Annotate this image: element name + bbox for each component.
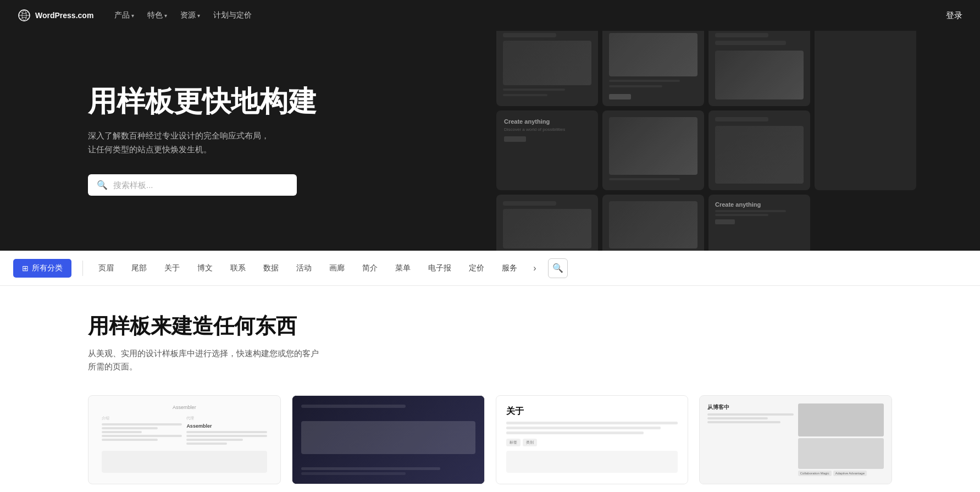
thumb-8 (496, 195, 598, 251)
magazine-badges: Collaboration Magic Adaptive Advantage (798, 471, 884, 476)
category-bar: ⊞ 所有分类 页眉 尾部 关于 博文 联系 数据 活动 画廊 简介 菜单 电子报… (0, 251, 980, 286)
category-search-button[interactable]: 🔍 (548, 258, 568, 278)
thumb-10-create-anything: Create anything (708, 195, 810, 251)
col-label-1: 介绍 (102, 416, 182, 421)
category-newsletter[interactable]: 电子报 (419, 259, 460, 278)
nav-logo[interactable]: WordPress.com (18, 9, 93, 22)
category-intro[interactable]: 简介 (353, 259, 386, 278)
assembler-name: Assembler (186, 423, 267, 429)
magazine-heading: 从博客中 (707, 403, 793, 411)
about-badge-2: 类别 (523, 439, 537, 446)
category-blog[interactable]: 博文 (189, 259, 222, 278)
main-content: 用样板来建造任何东西 从美观、实用的设计样板库中进行选择，快速构建您或您的客户所… (0, 286, 980, 492)
thumb-2 (602, 31, 704, 106)
dark-line-3 (301, 472, 406, 475)
dark-card-content (301, 405, 475, 475)
section-description: 从美观、实用的设计样板库中进行选择，快速构建您或您的客户所需的页面。 (88, 347, 319, 373)
category-services[interactable]: 服务 (493, 259, 526, 278)
thumb-5: Create anything Discover a world of poss… (496, 110, 598, 190)
line-3 (102, 431, 142, 433)
line-5 (102, 439, 158, 441)
mag-line-1 (707, 413, 793, 416)
about-line-1 (506, 422, 678, 424)
template-card-dark[interactable] (292, 395, 485, 484)
template-card-magazine-inner: 从博客中 Collaboration Magic Adaptive Advant… (700, 396, 892, 484)
nav-item-features[interactable]: 特色 ▾ (142, 7, 173, 24)
assembler-title: Assembler (97, 405, 272, 410)
nav-left: WordPress.com 产品 ▾ 特色 ▾ 资源 ▾ 计划与定价 (18, 7, 257, 24)
category-data[interactable]: 数据 (254, 259, 287, 278)
nav-item-products[interactable]: 产品 ▾ (109, 7, 140, 24)
category-more-button[interactable]: › (526, 259, 544, 277)
assembler-footer-bar (102, 451, 267, 473)
col-label-2: 代理 (186, 416, 267, 421)
category-menu[interactable]: 菜单 (386, 259, 419, 278)
assembler-col-2: 代理 Assembler (186, 416, 267, 446)
chevron-down-icon: ▾ (131, 13, 134, 19)
template-card-assembler[interactable]: Assembler 介绍 代理 Assembler (88, 395, 281, 484)
thumb-7 (708, 110, 810, 190)
about-image (506, 451, 678, 473)
about-badges: 标签 类别 (506, 439, 678, 446)
category-pricing[interactable]: 定价 (460, 259, 493, 278)
line-4 (102, 435, 182, 437)
category-header[interactable]: 页眉 (90, 259, 123, 278)
nav-menu: 产品 ▾ 特色 ▾ 资源 ▾ 计划与定价 (109, 7, 257, 24)
hero-visuals: Create anything Discover a world of poss… (485, 31, 980, 251)
line-2 (102, 427, 158, 429)
line-7 (186, 435, 267, 437)
template-card-assembler-inner: Assembler 介绍 代理 Assembler (88, 396, 280, 484)
nav-logo-text: WordPress.com (35, 11, 93, 20)
dark-line-2 (301, 467, 440, 470)
hero-section: 用样板更快地构建 深入了解数百种经过专业设计的完全响应式布局，让任何类型的站点更… (0, 31, 980, 251)
search-icon: 🔍 (552, 263, 563, 273)
magazine-left: 从博客中 (707, 403, 793, 476)
mag-badge-1: Collaboration Magic (798, 471, 832, 476)
login-button[interactable]: 登录 (946, 10, 962, 21)
category-footer[interactable]: 尾部 (123, 259, 156, 278)
template-card-about[interactable]: 关于 标签 类别 (496, 395, 689, 484)
hero-description: 深入了解数百种经过专业设计的完全响应式布局，让任何类型的站点更快焕发生机。 (88, 129, 275, 157)
search-input[interactable] (113, 180, 288, 190)
navbar: WordPress.com 产品 ▾ 特色 ▾ 资源 ▾ 计划与定价 登录 (0, 0, 980, 31)
category-gallery[interactable]: 画廊 (320, 259, 353, 278)
template-card-about-inner: 关于 标签 类别 (496, 396, 688, 484)
section-title: 用样板来建造任何东西 (88, 312, 892, 340)
magazine-image-1 (798, 403, 884, 436)
about-badge-1: 标签 (506, 439, 521, 446)
grid-icon: ⊞ (22, 264, 29, 273)
magazine-image-2 (798, 438, 884, 469)
category-all[interactable]: ⊞ 所有分类 (13, 259, 71, 278)
magazine-right: Collaboration Magic Adaptive Advantage (798, 403, 884, 476)
about-line-2 (506, 427, 661, 429)
nav-item-resources[interactable]: 资源 ▾ (175, 7, 206, 24)
line-6 (186, 431, 267, 433)
assembler-columns: 介绍 代理 Assembler (97, 416, 272, 446)
mag-line-3 (707, 421, 780, 423)
template-card-dark-inner (292, 396, 484, 484)
chevron-down-icon: ▾ (164, 13, 167, 19)
template-card-magazine[interactable]: 从博客中 Collaboration Magic Adaptive Advant… (699, 395, 892, 484)
hero-content: 用样板更快地构建 深入了解数百种经过专业设计的完全响应式布局，让任何类型的站点更… (88, 86, 317, 195)
dark-line-1 (301, 405, 406, 408)
template-grid: Assembler 介绍 代理 Assembler (88, 395, 892, 484)
line-8 (186, 439, 242, 441)
wordpress-logo-icon (18, 9, 31, 22)
thumb-9 (602, 195, 704, 251)
category-about[interactable]: 关于 (156, 259, 189, 278)
about-heading: 关于 (506, 406, 678, 417)
chevron-down-icon: ▾ (197, 13, 200, 19)
about-line-3 (506, 432, 644, 434)
line-1 (102, 423, 182, 425)
mag-line-2 (707, 417, 767, 419)
dark-lines (301, 467, 475, 475)
category-events[interactable]: 活动 (287, 259, 320, 278)
search-icon: 🔍 (97, 180, 108, 190)
thumb-1 (496, 31, 598, 106)
nav-item-pricing[interactable]: 计划与定价 (208, 7, 257, 24)
mag-badge-2: Adaptive Advantage (833, 471, 867, 476)
category-divider (82, 261, 83, 276)
assembler-col-1: 介绍 (102, 416, 182, 446)
category-contact[interactable]: 联系 (222, 259, 254, 278)
thumb-4-top-right (815, 31, 916, 190)
